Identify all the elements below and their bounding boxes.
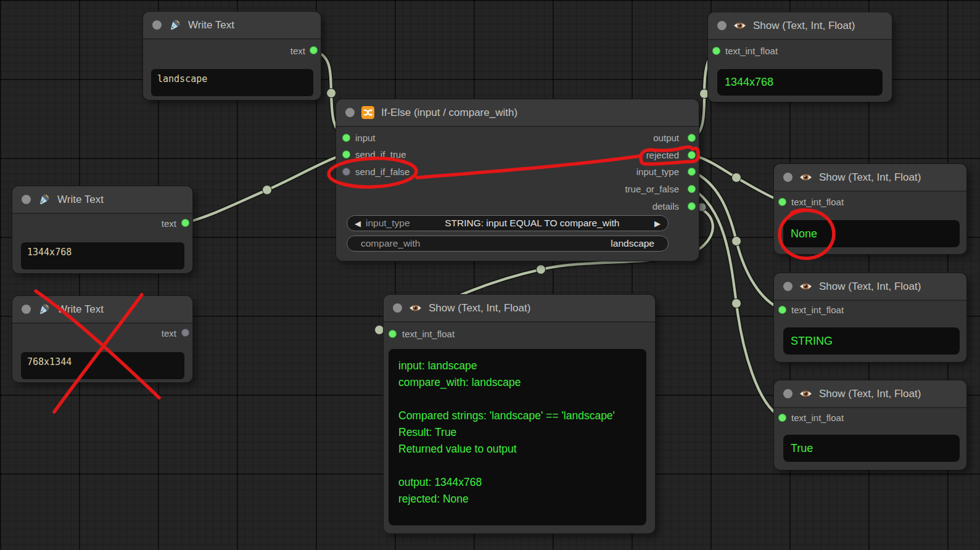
output-label: input_type	[636, 166, 679, 177]
collapse-dot[interactable]	[717, 21, 727, 30]
show-details-text: input: landscape compare_with: landscape…	[389, 349, 646, 525]
reroute-dot[interactable]	[732, 173, 741, 183]
node-title: Show (Text, Int, Float)	[819, 171, 921, 184]
output-port-rejected[interactable]	[688, 151, 696, 159]
reroute-dot[interactable]	[732, 299, 741, 308]
node-title: Show (Text, Int, Float)	[819, 388, 921, 400]
reroute-dot[interactable]	[375, 326, 384, 335]
eye-icon	[733, 19, 746, 32]
node-header[interactable]: Show (Text, Int, Float)	[708, 12, 892, 40]
output-port-details[interactable]	[688, 202, 696, 210]
text-value-field[interactable]: 768x1344	[21, 352, 184, 379]
node-show-true-or-false[interactable]: Show (Text, Int, Float) text_int_float T…	[774, 380, 966, 470]
input-label: text_int_float	[402, 329, 455, 339]
text-value-field[interactable]: landscape	[151, 69, 313, 96]
collapse-dot[interactable]	[152, 20, 162, 30]
node-graph-canvas[interactable]: Write Text text landscape Write Text tex…	[0, 0, 980, 550]
node-header[interactable]: Show (Text, Int, Float)	[384, 295, 655, 322]
node-header[interactable]: Write Text	[12, 296, 192, 324]
eye-icon	[799, 387, 812, 400]
output-label: details	[653, 201, 679, 211]
node-header[interactable]: Show (Text, Int, Float)	[774, 380, 966, 408]
show-value: STRING	[783, 327, 960, 355]
input-label: text_int_float	[791, 305, 844, 315]
node-title: Write Text	[57, 303, 104, 316]
output-label: output	[653, 133, 679, 143]
pen-icon	[38, 193, 51, 206]
node-show-output[interactable]: Show (Text, Int, Float) text_int_float 1…	[708, 12, 892, 102]
input-port-text-int-float[interactable]	[778, 414, 786, 422]
eye-icon	[799, 280, 812, 293]
node-header[interactable]: Show (Text, Int, Float)	[774, 164, 966, 192]
node-header[interactable]: If-Else (input / compare_with)	[336, 99, 699, 127]
input-port-text-int-float[interactable]	[778, 306, 786, 314]
node-header[interactable]: Write Text	[12, 186, 192, 214]
eye-icon	[409, 302, 422, 314]
node-title: Show (Text, Int, Float)	[429, 302, 530, 314]
node-show-details[interactable]: Show (Text, Int, Float) text_int_float i…	[384, 295, 655, 533]
node-show-input-type[interactable]: Show (Text, Int, Float) text_int_float S…	[774, 273, 966, 362]
reroute-dot[interactable]	[732, 237, 741, 246]
output-port-input-type[interactable]	[688, 168, 696, 176]
input-label: text_int_float	[725, 46, 778, 56]
input-port-send-if-false[interactable]	[342, 168, 350, 176]
output-label: text	[162, 218, 176, 229]
shuffle-icon	[361, 106, 374, 119]
output-label: true_or_false	[625, 184, 679, 194]
node-header[interactable]: Show (Text, Int, Float)	[774, 273, 966, 301]
reroute-dot[interactable]	[698, 203, 706, 211]
combo-right-arrow-icon[interactable]: ▶	[654, 220, 661, 228]
collapse-dot[interactable]	[783, 282, 793, 291]
show-value: 1344x768	[717, 69, 883, 96]
node-title: Show (Text, Int, Float)	[753, 20, 855, 32]
show-value: True	[783, 435, 960, 462]
collapse-dot[interactable]	[393, 303, 402, 313]
compare-with-text-widget[interactable]: compare_with landscape	[347, 236, 669, 252]
field-label: compare_with	[361, 238, 421, 249]
output-port-text[interactable]	[181, 329, 189, 337]
show-value: None	[783, 220, 960, 247]
output-port-text[interactable]	[181, 219, 189, 227]
field-value: landscape	[611, 238, 654, 249]
node-write-text-1344x768[interactable]: Write Text text 1344x768	[12, 186, 192, 273]
output-label: rejected	[646, 150, 679, 160]
input-label: text_int_float	[791, 412, 844, 423]
input-port-text-int-float[interactable]	[389, 330, 397, 338]
collapse-dot[interactable]	[22, 195, 31, 204]
input-label: send_if_true	[355, 149, 406, 160]
collapse-dot[interactable]	[783, 389, 793, 398]
input-label: send_if_false	[355, 166, 410, 177]
node-header[interactable]: Write Text	[143, 12, 321, 39]
node-if-else[interactable]: If-Else (input / compare_with) input sen…	[336, 99, 699, 261]
pen-icon	[38, 303, 51, 316]
output-label: text	[290, 46, 305, 56]
node-write-text-landscape[interactable]: Write Text text landscape	[143, 12, 321, 100]
input-port-text-int-float[interactable]	[778, 198, 786, 206]
reroute-dot[interactable]	[537, 265, 546, 274]
combo-value: STRING: input EQUAL TO compare_with	[410, 218, 654, 229]
reroute-dot[interactable]	[263, 186, 272, 195]
output-label: text	[162, 328, 176, 339]
pen-icon	[168, 18, 181, 31]
input-port-text-int-float[interactable]	[712, 47, 720, 55]
reroute-dot[interactable]	[327, 89, 336, 98]
node-title: Show (Text, Int, Float)	[819, 281, 921, 293]
collapse-dot[interactable]	[345, 108, 355, 117]
input-label: text_int_float	[791, 197, 844, 207]
input-port-input[interactable]	[342, 134, 350, 142]
input-label: input	[355, 133, 376, 143]
node-write-text-768x1344[interactable]: Write Text text 768x1344	[12, 296, 192, 382]
collapse-dot[interactable]	[783, 173, 793, 182]
input-port-send-if-true[interactable]	[342, 150, 350, 158]
combo-label: input_type	[366, 218, 410, 229]
eye-icon	[799, 171, 812, 184]
input-type-combo-widget[interactable]: ◀ input_type STRING: input EQUAL TO comp…	[347, 215, 669, 231]
text-value-field[interactable]: 1344x768	[21, 242, 184, 269]
output-port-text[interactable]	[310, 46, 318, 54]
collapse-dot[interactable]	[22, 305, 31, 314]
node-title: Write Text	[57, 194, 104, 206]
output-port-true-or-false[interactable]	[688, 185, 696, 193]
node-show-rejected[interactable]: Show (Text, Int, Float) text_int_float N…	[774, 164, 966, 254]
combo-left-arrow-icon[interactable]: ◀	[355, 220, 361, 228]
output-port-output[interactable]	[688, 134, 696, 142]
